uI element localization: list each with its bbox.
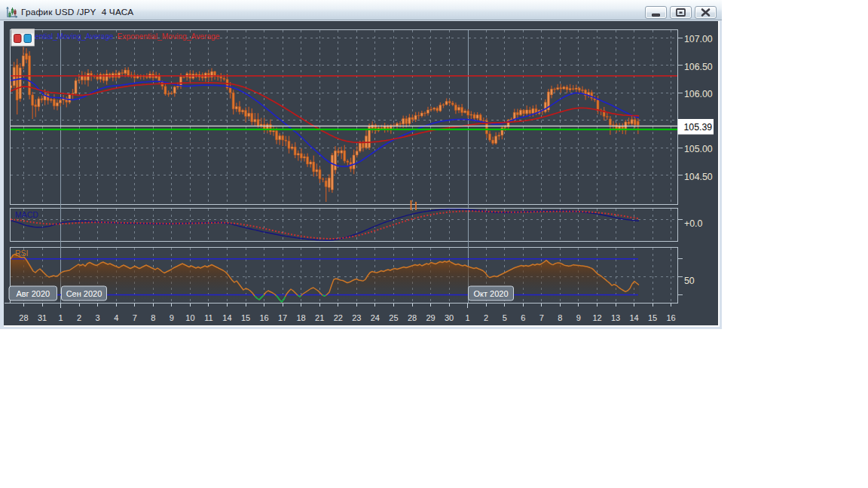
- svg-text:Exponential_Moving_Average: Exponential_Moving_Average: [118, 32, 220, 41]
- svg-text:106.00: 106.00: [684, 89, 713, 99]
- svg-text:30: 30: [445, 313, 454, 322]
- svg-text:Авг 2020: Авг 2020: [16, 289, 50, 298]
- svg-text:17: 17: [278, 313, 287, 322]
- svg-text:10: 10: [185, 313, 194, 322]
- svg-text:3: 3: [96, 313, 100, 322]
- svg-text:25: 25: [389, 313, 398, 322]
- svg-text:16: 16: [666, 313, 675, 322]
- svg-text:1: 1: [58, 313, 63, 322]
- svg-text:50: 50: [684, 276, 695, 286]
- svg-text:7: 7: [539, 313, 544, 322]
- svg-text:105.00: 105.00: [684, 144, 713, 154]
- svg-text:Сен 2020: Сен 2020: [66, 289, 102, 298]
- svg-text:15: 15: [648, 313, 657, 322]
- svg-text:8: 8: [151, 313, 155, 322]
- svg-text:28: 28: [19, 313, 28, 322]
- svg-text:14: 14: [629, 313, 638, 322]
- svg-text:28: 28: [408, 313, 417, 322]
- svg-text:21: 21: [315, 313, 324, 322]
- svg-text:105.39: 105.39: [684, 122, 713, 133]
- svg-text:+0.0: +0.0: [684, 218, 702, 229]
- svg-text:Окт 2020: Окт 2020: [473, 289, 508, 298]
- svg-text:11: 11: [204, 313, 212, 322]
- svg-text:1: 1: [466, 313, 470, 322]
- svg-text:107.00: 107.00: [684, 34, 713, 44]
- svg-text:106.50: 106.50: [684, 62, 713, 72]
- svg-text:7: 7: [133, 313, 137, 322]
- svg-text:23: 23: [352, 313, 361, 322]
- svg-text:ential_Moving_Average: ential_Moving_Average: [35, 32, 114, 41]
- svg-text:9: 9: [576, 313, 581, 322]
- svg-text:2: 2: [77, 313, 81, 322]
- svg-text:MACD: MACD: [15, 210, 38, 219]
- svg-text:RSI: RSI: [15, 249, 29, 258]
- svg-text:24: 24: [371, 313, 380, 322]
- svg-text:18: 18: [296, 313, 305, 322]
- svg-text:4: 4: [114, 313, 118, 322]
- svg-text:15: 15: [241, 313, 250, 322]
- svg-text:14: 14: [222, 313, 231, 322]
- svg-text:13: 13: [611, 313, 620, 322]
- svg-text:22: 22: [334, 313, 343, 322]
- svg-text:31: 31: [38, 313, 47, 322]
- svg-text:5: 5: [503, 313, 507, 322]
- svg-text:2: 2: [484, 313, 488, 322]
- svg-text:104.50: 104.50: [684, 172, 713, 182]
- svg-text:16: 16: [259, 313, 268, 322]
- svg-text:9: 9: [170, 313, 174, 322]
- svg-text:6: 6: [521, 313, 525, 322]
- svg-text:12: 12: [592, 313, 601, 322]
- svg-text:8: 8: [558, 313, 562, 322]
- svg-text:29: 29: [426, 313, 435, 322]
